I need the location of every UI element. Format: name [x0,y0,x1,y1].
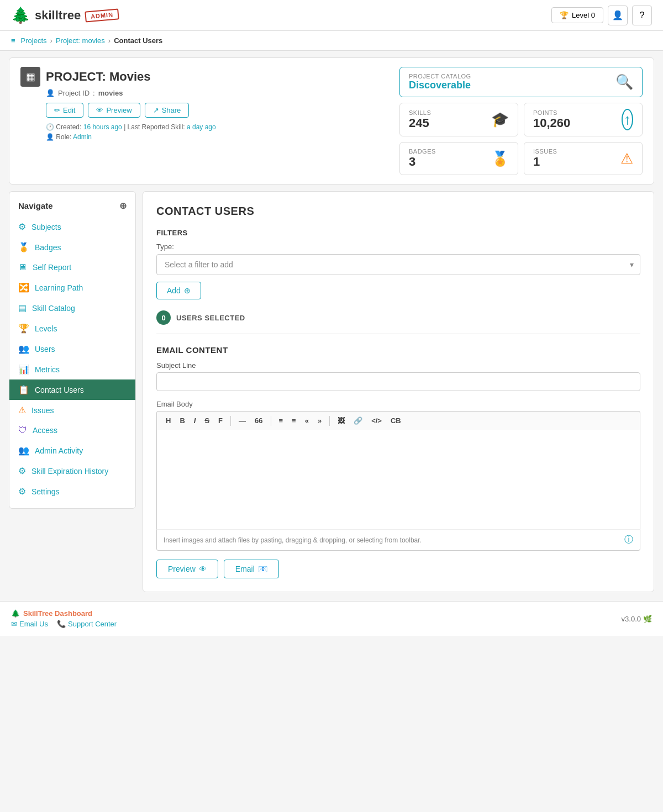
heading-btn[interactable]: H [162,415,174,426]
outdent-btn[interactable]: » [314,415,325,426]
project-meta: 🕐 Created: 16 hours ago | Last Reported … [46,123,388,141]
users-selected-row: 0 USERS SELECTED [156,310,640,334]
cb-btn[interactable]: CB [387,415,404,426]
skill-expiration-label: Skill Expiration History [31,467,108,476]
breadcrumb-project[interactable]: Project: movies [56,36,105,45]
breadcrumb-projects[interactable]: Projects [21,36,47,45]
email-content-section: EMAIL CONTENT Subject Line Email Body H … [156,345,640,578]
sidebar-item-learning-path[interactable]: 🔀 Learning Path [9,277,135,298]
sidebar-item-settings[interactable]: ⚙ Settings [9,481,135,502]
support-center-link[interactable]: 📞 Support Center [57,620,117,628]
badges-label: Badges [35,243,61,252]
email-body-label: Email Body [156,400,640,408]
toolbar-sep2 [271,416,271,426]
arrow-up-icon: ↑ [622,109,633,130]
image-btn[interactable]: 🖼 [334,415,348,426]
expand-icon[interactable]: ⊕ [119,201,127,211]
edit-button[interactable]: ✏ Edit [46,103,83,118]
share-button[interactable]: ↗ Share [145,103,190,118]
breadcrumb: ≡ Projects › Project: movies › Contact U… [0,31,663,51]
access-icon: 🛡 [18,425,27,435]
sidebar-item-skill-expiration[interactable]: ⚙ Skill Expiration History [9,461,135,481]
editor-hint: Insert images and attach files by pastin… [164,536,422,544]
admin-activity-icon: 👥 [18,445,29,456]
italic-btn[interactable]: I [191,415,199,426]
subjects-label: Subjects [31,223,61,231]
skill-catalog-icon: ▤ [18,303,27,313]
sidebar-item-metrics[interactable]: 📊 Metrics [9,359,135,379]
users-icon: 👥 [18,344,29,354]
email-button[interactable]: Email 📧 [224,560,279,578]
hr-btn[interactable]: — [235,415,249,426]
strikethrough-btn[interactable]: S [201,415,213,426]
points-info: POINTS 10,260 [533,109,570,130]
ol-btn[interactable]: ≡ [288,415,299,426]
email-content-title: EMAIL CONTENT [156,345,640,355]
project-stats: PROJECT CATALOG Discoverable 🔍 SKILLS 24… [399,67,643,175]
project-id-row: 👤 Project ID: movies [46,89,388,97]
filter-select-wrapper: Select a filter to add ▾ [156,254,640,275]
logo-area: 🌲 skilltree ADMIN [11,6,119,24]
sidebar-header: Navigate ⊕ [9,198,135,217]
sidebar-item-issues[interactable]: ⚠ Issues [9,400,135,420]
sidebar: Navigate ⊕ ⚙ Subjects 🏅 Badges 🖥 Self Re… [9,191,136,509]
filter-select[interactable]: Select a filter to add [156,254,640,275]
help-button[interactable]: ? [632,6,652,25]
learning-path-label: Learning Path [35,283,83,292]
sidebar-item-skill-catalog[interactable]: ▤ Skill Catalog [9,298,135,318]
font-btn[interactable]: F [215,415,226,426]
indent-btn[interactable]: « [302,415,312,426]
email-us-link[interactable]: ✉ Email Us [11,620,48,628]
level-button[interactable]: 🏆 Level 0 [551,7,603,23]
type-label: Type: [156,242,640,251]
email-body-editor[interactable] [156,430,640,529]
access-label: Access [33,426,57,435]
contact-users-icon: 📋 [18,384,29,395]
sidebar-item-badges[interactable]: 🏅 Badges [9,237,135,257]
settings-label: Settings [31,487,60,496]
sidebar-item-self-report[interactable]: 🖥 Self Report [9,257,135,277]
admin-badge: ADMIN [85,8,119,22]
sidebar-item-contact-users[interactable]: 📋 Contact Users [9,379,135,400]
warning-icon: ⚠ [620,150,633,167]
stat-catalog: PROJECT CATALOG Discoverable 🔍 [399,67,643,97]
subject-input[interactable] [156,372,640,391]
issues-info: ISSUES 1 [533,148,557,169]
footer-links: ✉ Email Us 📞 Support Center [11,620,117,628]
logo-text: skilltree [35,8,81,23]
code-btn[interactable]: </> [368,415,385,426]
page-title: CONTACT USERS [156,205,640,218]
share-icon: ↗ [153,106,159,114]
footer-left: 🌲 SkillTree Dashboard ✉ Email Us 📞 Suppo… [11,609,117,628]
email-send-icon: 📧 [258,565,267,573]
project-buttons: ✏ Edit 👁 Preview ↗ Share [46,103,388,118]
learning-path-icon: 🔀 [18,282,29,293]
editor-footer: Insert images and attach files by pastin… [156,529,640,551]
ul-btn[interactable]: ≡ [276,415,287,426]
sidebar-item-subjects[interactable]: ⚙ Subjects [9,217,135,237]
nav-icon: ≡ [11,36,15,45]
content-panel: CONTACT USERS FILTERS Type: Select a fil… [143,191,654,592]
preview-label: Preview [168,565,196,573]
action-buttons: Preview 👁 Email 📧 [156,560,640,578]
badges-icon: 🏅 [18,242,29,252]
preview-eye-icon: 👁 [199,565,207,573]
add-filter-button[interactable]: Add ⊕ [156,282,201,299]
footer-logo-text: SkillTree Dashboard [23,609,92,618]
main-layout: Navigate ⊕ ⚙ Subjects 🏅 Badges 🖥 Self Re… [9,191,654,592]
stat-issues: ISSUES 1 ⚠ [524,142,643,175]
sidebar-item-levels[interactable]: 🏆 Levels [9,318,135,339]
admin-activity-label: Admin Activity [35,446,83,455]
preview-button[interactable]: Preview 👁 [156,560,218,578]
user-button[interactable]: 👤 [608,6,628,25]
link-btn[interactable]: 🔗 [350,415,366,426]
bold-btn[interactable]: B [176,415,188,426]
help-circle-icon[interactable]: ⓘ [624,534,633,546]
preview-button[interactable]: 👁 Preview [88,103,140,118]
sidebar-item-users[interactable]: 👥 Users [9,339,135,359]
badge-icon: 🏅 [491,150,509,167]
sidebar-item-admin-activity[interactable]: 👥 Admin Activity [9,440,135,461]
blockquote-btn[interactable]: 66 [251,415,266,426]
sidebar-item-access[interactable]: 🛡 Access [9,420,135,440]
header-right: 🏆 Level 0 👤 ? [551,6,652,25]
